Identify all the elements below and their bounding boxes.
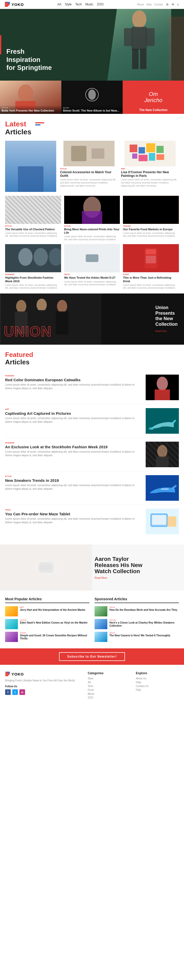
- article-card-food[interactable]: TRAVEL Our Favorite Food Markets in Euro…: [123, 196, 179, 241]
- article-card-accessories[interactable]: STYLE Colored Accessories to Match Your …: [60, 141, 118, 192]
- featured-item-1[interactable]: FASHION Red Color Dominates European Cat…: [5, 371, 179, 404]
- article-card-drone[interactable]: TECH We Have Tested the Arkies Model D-2…: [64, 244, 120, 290]
- popular-item-1[interactable]: ART Jerry Hart and His Interpretation of…: [5, 606, 89, 616]
- nav-twitter-icon[interactable]: ✉: [172, 3, 174, 6]
- featured-3-desc: Lorem ipsum dolor sit amet, consectetur …: [5, 450, 142, 457]
- popular-2-cat: STYLE: [20, 619, 87, 621]
- article-paintings-img: [121, 141, 179, 166]
- footer-explore-help[interactable]: Help: [136, 681, 179, 684]
- featured-item-4-text: STYLE New Sneakers Trends in 2019 Lorem …: [5, 475, 142, 491]
- article-food-cat: TRAVEL: [123, 225, 179, 227]
- featured-item-4[interactable]: STYLE New Sneakers Trends in 2019 Lorem …: [5, 471, 179, 505]
- nav-top-help[interactable]: Help: [146, 3, 152, 6]
- footer-explore-list: About Us Help Contact Us FAQ: [136, 677, 179, 691]
- featured-item-2-text: ART Captivating Art Captured in Pictures…: [5, 408, 142, 424]
- nav-link-tech[interactable]: Tech: [75, 3, 82, 6]
- nav-link-style[interactable]: Style: [65, 3, 72, 6]
- hero-banner: Fresh Inspiration for Springtime: [0, 9, 184, 81]
- popular-item-3[interactable]: FOOD Simple and Good: 26 Cream Smoothie …: [5, 632, 89, 642]
- nav-link-music[interactable]: Music: [86, 3, 93, 6]
- article-card-neon[interactable]: STYLE Bring More Neon-colored Prints Int…: [64, 196, 120, 241]
- footer-cat-zoo[interactable]: ZOO: [88, 696, 131, 699]
- watch-title: Aaron Taylor Releases His New Watch Coll…: [95, 556, 179, 575]
- svg-point-64: [149, 427, 154, 430]
- footer-facebook-icon[interactable]: f: [5, 689, 11, 695]
- footer-cat-style[interactable]: Style: [88, 677, 131, 680]
- footer-cat-tech[interactable]: Tech: [88, 685, 131, 687]
- watch-read-more[interactable]: Read More: [95, 576, 179, 579]
- hero-title: Fresh Inspiration for Springtime: [6, 48, 52, 72]
- hero-card-bella-overlay: STYLE Bella York Presents Her New Collec…: [0, 105, 61, 114]
- article-card-drink[interactable]: FOOD This is More Than Just a Refreshing…: [123, 244, 179, 290]
- footer-instagram-icon[interactable]: in: [19, 689, 25, 695]
- footer-cat-food[interactable]: Food: [88, 689, 131, 691]
- hero-card-collection-script: OmJericho: [144, 91, 163, 103]
- featured-1-desc: Lorem ipsum dolor sit amet, consectetur …: [5, 383, 142, 390]
- nav-link-art[interactable]: Art: [57, 3, 61, 6]
- footer-social-icons: f t in: [5, 689, 82, 695]
- popular-2-text: STYLE Eden Nash's New Edition Comes as V…: [20, 619, 87, 624]
- sponsored-1-text: TECH How Do the Roombas Work and How Acc…: [109, 606, 178, 611]
- featured-item-2[interactable]: ART Captivating Art Captured in Pictures…: [5, 404, 179, 438]
- footer-explore-contact[interactable]: Contact Us: [136, 685, 179, 687]
- footer: YOKO Bringing Fresh Lifestyle News to Yo…: [0, 665, 184, 708]
- featured-4-cat: STYLE: [5, 475, 142, 477]
- svg-rect-20: [92, 148, 104, 159]
- article-checked-img: [5, 196, 61, 224]
- article-neon-img: [64, 196, 120, 224]
- hero-cards-row: STYLE STYLE Bella York Presents Her New …: [0, 81, 184, 114]
- nav-top-contact[interactable]: Contact: [154, 3, 163, 6]
- featured-item-5[interactable]: TECH You Can Pre-order New Maze Tablet L…: [5, 505, 179, 538]
- hero-card-bella-cat: STYLE: [2, 107, 60, 109]
- article-stockholm-img: [5, 244, 61, 272]
- svg-rect-26: [132, 154, 137, 159]
- featured-1-art: [146, 375, 179, 400]
- latest-row3: FASHION Highlights From Stockholm Fashio…: [5, 244, 179, 290]
- union-read-more[interactable]: Read More: [155, 330, 167, 332]
- featured-2-cat: ART: [5, 408, 142, 410]
- svg-point-14: [88, 89, 96, 100]
- sponsored-item-1[interactable]: TECH How Do the Roombas Work and How Acc…: [95, 606, 179, 616]
- popular-item-2[interactable]: STYLE Eden Nash's New Edition Comes as V…: [5, 619, 89, 629]
- navbar: YOKO Art Style Tech Music ZOO About Help…: [0, 0, 184, 9]
- article-accessories-desc: Lorem ipsum dolor sit amet, consectetur …: [60, 178, 118, 187]
- svg-rect-30: [5, 196, 61, 224]
- featured-item-3[interactable]: FASHION An Exclusive Look at the Stockho…: [5, 438, 179, 471]
- nav-link-zoo[interactable]: ZOO: [97, 3, 103, 6]
- nav-facebook-icon[interactable]: ☺: [177, 3, 179, 6]
- article-card-stockholm[interactable]: FASHION Highlights From Stockholm Fashio…: [5, 244, 61, 290]
- article-checked-title: The Versatile Use of Checked Pattern: [5, 228, 61, 231]
- nav-right: About Help Contact ☕ ✉ ☺: [137, 3, 179, 6]
- footer-explore-about[interactable]: About Us: [136, 677, 179, 680]
- hero-card-collection[interactable]: OmJericho The New Collection: [123, 81, 184, 114]
- footer-columns: YOKO Bringing Fresh Lifestyle News to Yo…: [5, 671, 179, 699]
- footer-explore-title: Explore: [136, 671, 179, 675]
- footer-categories-list: Style Art Tech Food Music ZOO: [88, 677, 131, 699]
- popular-3-cat: FOOD: [20, 632, 89, 634]
- article-card-checked[interactable]: STYLE The Versatile Use of Checked Patte…: [5, 196, 61, 241]
- article-drink-title: This is More Than Just a Refreshing Drin…: [123, 276, 179, 283]
- popular-1-text: ART Jerry Hart and His Interpretation of…: [20, 606, 86, 611]
- footer-twitter-icon[interactable]: t: [12, 689, 18, 695]
- svg-rect-5: [146, 28, 155, 46]
- featured-2-desc: Lorem ipsum dolor sit amet, consectetur …: [5, 417, 142, 424]
- union-caption: Union Presents the New Collection Read M…: [155, 305, 178, 333]
- sponsored-2-cat: STYLE: [109, 619, 179, 621]
- article-card-paintings[interactable]: ART Lisa O'Connor Presents Her New Paint…: [121, 141, 179, 192]
- featured-5-desc: Lorem ipsum dolor sit amet, consectetur …: [5, 517, 142, 524]
- sponsored-item-2[interactable]: STYLE Here's a Closer Look at Charley Ro…: [95, 619, 179, 629]
- nav-instagram-icon[interactable]: ☕: [166, 3, 169, 6]
- svg-rect-29: [156, 154, 164, 160]
- hero-card-bella[interactable]: STYLE STYLE Bella York Presents Her New …: [0, 81, 61, 114]
- footer-explore-faq[interactable]: FAQ: [136, 689, 179, 691]
- newsletter-subscribe-button[interactable]: Subscribe to Our Newsletter!: [59, 652, 125, 661]
- sponsored-item-3[interactable]: TECH The New Camera Is Here! We Tested I…: [95, 632, 179, 642]
- svg-point-41: [33, 248, 48, 266]
- nav-top-about[interactable]: About: [137, 3, 144, 6]
- hero-card-simon[interactable]: MUSIC Simon Scott: The New Album is but …: [61, 81, 123, 114]
- footer-cat-music[interactable]: Music: [88, 692, 131, 695]
- footer-cat-art[interactable]: Art: [88, 681, 131, 684]
- article-stockholm-cat: FASHION: [5, 273, 61, 275]
- latest-row1: STYLE Colored Accessories to Match Your …: [5, 141, 179, 192]
- featured-1-cat: FASHION: [5, 375, 142, 377]
